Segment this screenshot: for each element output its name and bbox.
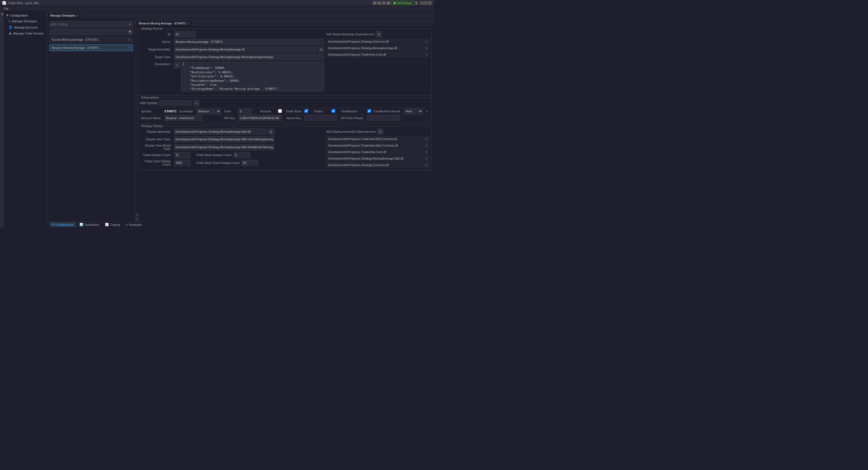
dep-item-0-close[interactable]: ✕ — [425, 40, 428, 43]
config-icon: ⚙ — [6, 13, 9, 17]
nav-item-dashboard[interactable]: 📊 Dashboard — [77, 222, 102, 227]
display-dep-item-0-close[interactable]: ✕ — [425, 138, 428, 141]
candlesticks-checkbox[interactable] — [367, 109, 371, 113]
dep-item-1-close[interactable]: ✕ — [425, 47, 428, 50]
id-input[interactable] — [174, 31, 196, 37]
hot-reload-dropdown[interactable]: ▾ — [415, 1, 418, 5]
add-display-dep-copy-btn[interactable]: ⧉ — [377, 128, 383, 135]
display-dep-item-1-close[interactable]: ✕ — [425, 144, 428, 147]
limit-cell — [237, 108, 259, 115]
target-type-label: Target Type: — [140, 55, 173, 59]
add-dep-copy-btn[interactable]: ⧉ — [376, 31, 382, 37]
limit-input[interactable] — [239, 109, 252, 114]
strategy-item-binance-close[interactable]: ✕ — [128, 47, 130, 49]
display-dep-item-2-close[interactable]: ✕ — [425, 151, 428, 154]
trades-checkbox-cell — [330, 108, 340, 115]
display-view-model-type-input[interactable] — [174, 144, 275, 150]
nav-strategies-icon: ≡ — [126, 223, 127, 226]
account-name-cell — [163, 115, 223, 122]
name-input[interactable] — [174, 39, 324, 45]
close-btn[interactable]: ✕ — [428, 1, 432, 5]
nav-item-strategies[interactable]: ≡ Strategies — [123, 223, 145, 227]
secret-key-input[interactable] — [304, 115, 337, 121]
order-book-checkbox[interactable] — [304, 109, 308, 113]
add-strategy-input[interactable] — [50, 21, 126, 27]
add-symbol-btn[interactable]: + — [193, 100, 199, 106]
parameters-textarea[interactable]: { "TradeRange": 10000, "BuyIndicator": 0… — [181, 62, 324, 91]
hot-reload-btn[interactable]: Hot Reload — [391, 1, 414, 5]
detail-content: Strategy Runner Id: Name: — [135, 27, 434, 212]
add-symbol-input[interactable] — [159, 100, 192, 106]
sub-row-close-cell: ✕ — [425, 108, 429, 115]
display-view-model-type-row: Display View Model Type: — [140, 144, 324, 150]
detail-tab-binance[interactable]: Binance Moving Average - ETHBTC ✕ — [135, 20, 193, 26]
detail-tab-close[interactable]: ✕ — [187, 22, 190, 25]
order-book-display-count-input[interactable] — [234, 152, 250, 158]
sidebar-collapse-btn[interactable]: ◀ — [0, 11, 4, 227]
subscriptions-section: Subscriptions Add Symbol + Symbol: ETHBT… — [137, 98, 432, 124]
detail-tab-bar: Binance Moving Average - ETHBTC ✕ — [135, 19, 434, 27]
nav-item-trading[interactable]: 📈 Trading — [102, 222, 123, 227]
candlestick-interval-select[interactable]: Hour Minute Day — [404, 109, 423, 114]
config-label: Configuration — [10, 14, 28, 17]
toolbar-icon-1[interactable]: ⊞ — [373, 1, 376, 5]
dep-item-1: DevelopmentInProgress.Strategy.MovingAve… — [326, 45, 429, 51]
account-name-input[interactable] — [165, 115, 203, 121]
add-strategy-btn[interactable]: + — [127, 21, 133, 27]
tab-manage-strategies[interactable]: Manage Strategies ✕ — [47, 12, 82, 19]
scroll-up-arrow[interactable]: ▲ — [135, 212, 139, 216]
sidebar-item-manage-trade-servers[interactable]: 🖧 Manage Trade Servers — [4, 30, 47, 36]
sub-row-2: Account Name: API Key: Secret Key: — [140, 115, 429, 122]
display-view-type-input[interactable] — [174, 136, 275, 142]
strategy-list-panel: + ▼ Kucoin Moving Average - ETH-BTC ✕ Bi… — [47, 19, 135, 222]
display-dep-item-4-close[interactable]: ✕ — [425, 164, 428, 167]
display-assembly-row: Display Assembly: ⧉ — [140, 128, 324, 135]
display-col-left: Display Assembly: ⧉ Display View Type: — [140, 128, 324, 168]
manage-accounts-label: Manage Accounts — [14, 26, 38, 29]
dep-item-2: DevelopmentInProgress.TradeView.Core.dll… — [326, 52, 429, 57]
nav-item-configuration[interactable]: ⚙ Configuration — [50, 222, 76, 227]
target-assembly-input[interactable] — [174, 47, 316, 52]
minimize-btn[interactable]: — — [420, 1, 424, 5]
nav-trading-icon: 📈 — [105, 223, 109, 226]
file-menu[interactable]: File — [2, 7, 11, 10]
sub-row-close[interactable]: ✕ — [426, 110, 428, 113]
add-parameter-btn[interactable]: + — [174, 62, 180, 68]
add-symbol-row: Add Symbol + — [140, 100, 429, 106]
toolbar-icon-4[interactable]: ⊠ — [386, 1, 390, 5]
secret-key-label: Secret Key: — [285, 115, 304, 122]
target-assembly-attach-btn[interactable]: ⧉ — [318, 47, 324, 52]
account-checkbox[interactable] — [278, 109, 282, 113]
api-pass-phrase-input[interactable] — [367, 115, 400, 121]
trade-display-count-input[interactable] — [174, 152, 190, 158]
strategy-item-kucoin-close[interactable]: ✕ — [128, 38, 130, 41]
trade-chart-display-count-input[interactable] — [174, 160, 190, 166]
display-dep-list: DevelopmentInProgress.TradeView.Wpf.Cont… — [326, 136, 429, 168]
sidebar-config-header[interactable]: ⚙ Configuration — [4, 12, 47, 18]
trades-checkbox[interactable] — [332, 109, 335, 113]
display-assembly-attach-btn[interactable]: ⧉ — [268, 128, 274, 135]
dep-item-2-close[interactable]: ✕ — [425, 53, 428, 56]
filter-btn[interactable]: ▼ — [127, 29, 133, 35]
filter-input[interactable] — [50, 29, 126, 35]
maximize-btn[interactable]: □ — [424, 1, 428, 5]
display-view-type-label: Display View Type: — [140, 138, 173, 141]
api-key-input[interactable] — [239, 115, 282, 121]
display-dep-item-3-close[interactable]: ✕ — [425, 157, 428, 160]
strategy-item-kucoin[interactable]: Kucoin Moving Average - ETH-BTC ✕ — [50, 36, 133, 43]
target-type-input[interactable] — [174, 54, 324, 60]
sidebar-item-manage-strategies[interactable]: ≡ Manage Strategies — [4, 18, 47, 24]
strategy-item-binance[interactable]: Binance Moving Average - ETHBTC ✕ — [50, 45, 133, 51]
exchange-select[interactable]: Binance — [196, 109, 221, 114]
detail-scrollbar: ▲ ▼ — [135, 212, 138, 222]
id-row: Id: — [140, 31, 324, 37]
toolbar-icon-3[interactable]: ⊡ — [382, 1, 386, 5]
display-assembly-input[interactable] — [174, 128, 267, 135]
runner-dep-list: DevelopmentInProgress.Strategy.Common.dl… — [326, 39, 429, 57]
dep-item-2-label: DevelopmentInProgress.TradeView.Core.dll — [328, 53, 386, 56]
toolbar-icon-2[interactable]: ⊟ — [377, 1, 381, 5]
sidebar-item-manage-accounts[interactable]: 👤 Manage Accounts — [4, 24, 47, 30]
scroll-down-arrow[interactable]: ▼ — [135, 217, 139, 222]
order-book-chart-display-count-input[interactable] — [242, 160, 258, 166]
tab-close-btn[interactable]: ✕ — [76, 14, 79, 17]
